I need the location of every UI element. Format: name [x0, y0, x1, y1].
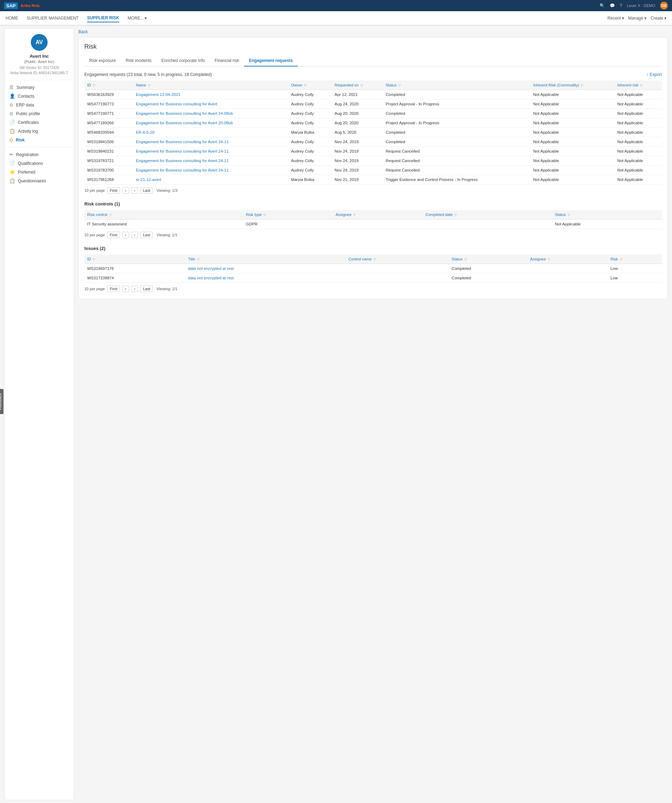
- cell-id: WS319697176: [84, 264, 185, 273]
- sidebar-item-preferred[interactable]: ⭐ Preferred: [5, 167, 74, 176]
- col-issue-id[interactable]: ID ▽: [84, 255, 185, 264]
- company-name: Avert Inc: [29, 54, 49, 59]
- nav-recent[interactable]: Recent ▾: [608, 16, 624, 21]
- last-page-btn[interactable]: Last: [140, 187, 153, 193]
- sidebar-item-questionnaires[interactable]: 📋 Questionnaires: [5, 176, 74, 185]
- sidebar-item-erp-data[interactable]: ⊙ ERP data: [5, 101, 74, 109]
- engagement-link[interactable]: Engagement for Business consulting for A…: [136, 149, 229, 153]
- risk-controls-title: Risk controls (1): [84, 201, 662, 206]
- sidebar-label-activity-log: Activity log: [18, 129, 38, 134]
- cell-title: data not encrypted at rest: [185, 264, 346, 273]
- issue-link[interactable]: data not encrypted at rest: [188, 276, 234, 280]
- sap-logo[interactable]: SAP: [4, 2, 18, 9]
- next-page-btn-rc[interactable]: ›: [131, 232, 138, 238]
- help-icon[interactable]: ?: [620, 3, 622, 8]
- col-name[interactable]: Name ▽: [133, 81, 288, 90]
- sidebar-item-qualifications[interactable]: 📄 Qualifications: [5, 159, 74, 167]
- tab-financial-risk[interactable]: Financial risk: [209, 55, 244, 67]
- cell-inherent-risk: Not Applicable: [615, 137, 662, 147]
- cell-status: Request Cancelled: [383, 156, 531, 166]
- tab-risk-incidents[interactable]: Risk incidents: [121, 55, 156, 67]
- engagement-link[interactable]: Engagement for Business consulting for A…: [136, 140, 229, 144]
- cell-requested-on: Aug 20, 2020: [332, 109, 383, 118]
- export-button[interactable]: ↑ Export: [646, 72, 662, 77]
- tab-risk-exposure[interactable]: Risk exposure: [84, 55, 121, 67]
- tab-enriched-corporate-info[interactable]: Enriched corporate info: [156, 55, 209, 67]
- col-control-name[interactable]: Control name ▽: [346, 255, 449, 264]
- sidebar-item-summary[interactable]: ☰ Summary: [5, 83, 74, 92]
- sidebar-item-public-profile[interactable]: ⊙ Public profile: [5, 109, 74, 118]
- last-page-btn-rc[interactable]: Last: [140, 232, 153, 238]
- prev-page-btn-issues[interactable]: ‹: [122, 286, 129, 292]
- cell-id: WS319783721: [84, 156, 133, 166]
- nav-bar: HOME SUPPLIER MANAGEMENT SUPPLIER RISK M…: [0, 11, 672, 25]
- engagement-link[interactable]: sr-21-12-avert: [136, 177, 161, 182]
- sort-icon: ▽: [548, 258, 550, 261]
- user-avatar[interactable]: OB: [660, 2, 668, 10]
- engagement-link[interactable]: ER-8-5-20: [136, 130, 154, 135]
- col-issue-title[interactable]: Title ▽: [185, 255, 346, 264]
- col-status[interactable]: Status ▽: [383, 81, 531, 90]
- col-requested-on[interactable]: Requested on ▽: [332, 81, 383, 90]
- cell-requested-on: Nov 24, 2019: [332, 156, 383, 166]
- col-completed-date[interactable]: Completed date ▽: [423, 210, 552, 219]
- tabs: Risk exposure Risk incidents Enriched co…: [84, 55, 662, 67]
- sort-icon: ▽: [263, 213, 266, 217]
- prev-page-btn[interactable]: ‹: [122, 187, 129, 193]
- engagement-link[interactable]: Engagement for Business consulting for A…: [136, 159, 229, 163]
- nav-supplier-management[interactable]: SUPPLIER MANAGEMENT: [27, 15, 79, 22]
- col-owner[interactable]: Owner ▽: [288, 81, 332, 90]
- cell-requested-on: Apr 12, 2021: [332, 90, 383, 99]
- col-risk-control[interactable]: Risk control ▽: [84, 210, 243, 219]
- col-issue-assignee[interactable]: Assignee ▽: [528, 255, 608, 264]
- sidebar-item-registration[interactable]: ✏ Registration: [5, 150, 74, 159]
- certificates-icon: 📄: [10, 120, 15, 125]
- cell-inherent-risk: Not Applicable: [615, 99, 662, 109]
- last-page-btn-issues[interactable]: Last: [140, 286, 153, 292]
- tab-engagement-requests[interactable]: Engagement requests: [244, 55, 297, 67]
- nav-home[interactable]: HOME: [6, 15, 18, 22]
- col-id[interactable]: ID ▽: [84, 81, 133, 90]
- next-page-btn[interactable]: ›: [131, 187, 138, 193]
- cell-id: WS319841506: [84, 137, 133, 147]
- first-page-btn-rc[interactable]: First: [107, 232, 120, 238]
- engagement-link[interactable]: Engagement for Business consulting for A…: [136, 111, 233, 115]
- back-button[interactable]: Back: [78, 28, 88, 37]
- cell-owner: Audrey Colly: [288, 118, 332, 128]
- col-inherent-risk-commodity[interactable]: Inherent Risk (Commodity) ▽: [531, 81, 615, 90]
- cell-requested-on: Nov 24, 2019: [332, 147, 383, 156]
- col-assignee[interactable]: Assignee ▽: [333, 210, 423, 219]
- sidebar-item-contacts[interactable]: 👤 Contacts: [5, 92, 74, 101]
- next-page-btn-issues[interactable]: ›: [131, 286, 138, 292]
- sidebar-item-risk[interactable]: ◇ Risk: [5, 135, 74, 144]
- sidebar-item-activity-log[interactable]: 📋 Activity log: [5, 127, 74, 135]
- prev-page-btn-rc[interactable]: ‹: [122, 232, 129, 238]
- nav-manage[interactable]: Manage ▾: [628, 16, 646, 21]
- col-issue-status[interactable]: Status ▽: [449, 255, 527, 264]
- col-inherent-risk[interactable]: Inherent risk ▽: [615, 81, 662, 90]
- feedback-tab[interactable]: Feedback: [0, 389, 3, 414]
- nav-supplier-risk[interactable]: SUPPLIER RISK: [87, 14, 119, 23]
- first-page-btn-issues[interactable]: First: [107, 286, 120, 292]
- col-risk-type[interactable]: Risk type ▽: [243, 210, 333, 219]
- table-row: WS317239874 data not encrypted at rest C…: [84, 273, 662, 283]
- chat-icon[interactable]: 💬: [610, 3, 615, 8]
- sidebar-item-certificates[interactable]: 📄 Certificates: [5, 118, 74, 127]
- nav-create[interactable]: Create ▾: [651, 16, 666, 21]
- col-status-rc[interactable]: Status ▽: [552, 210, 662, 219]
- nav-more[interactable]: MORE... ▾: [128, 15, 147, 22]
- engagement-link[interactable]: Engagement for Business consulting for A…: [136, 102, 217, 106]
- engagement-link[interactable]: Engagement for Business consulting for A…: [136, 168, 229, 172]
- cell-inherent-risk-commodity: Not Applicable: [531, 128, 615, 137]
- export-icon: ↑: [646, 72, 648, 77]
- cell-status: Project Approval - In Progress: [383, 99, 531, 109]
- issue-link[interactable]: data not encrypted at rest: [188, 267, 234, 271]
- risk-controls-pagination: 10 per page First ‹ › Last Viewing: 1/1: [84, 229, 662, 239]
- engagement-link[interactable]: Engagement for Business consulting for A…: [136, 121, 233, 125]
- first-page-btn[interactable]: First: [107, 187, 120, 193]
- cell-risk: Low: [608, 264, 662, 273]
- engagement-link[interactable]: Engagement 12-04-2021: [136, 93, 180, 97]
- col-issue-risk[interactable]: Risk ▽: [608, 255, 662, 264]
- sidebar-label-summary: Summary: [16, 85, 34, 90]
- search-icon[interactable]: 🔍: [599, 3, 605, 8]
